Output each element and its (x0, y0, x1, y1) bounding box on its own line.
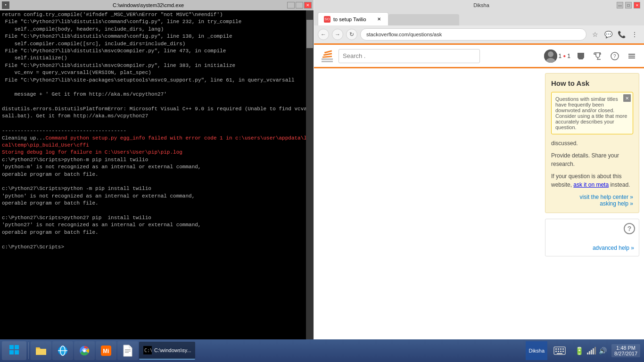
folder-icon (35, 345, 47, 357)
document-icon (123, 345, 133, 357)
browser-win-controls[interactable]: — □ ✕ (617, 2, 640, 8)
share-button[interactable]: 📞 (616, 29, 627, 40)
svg-text:?: ? (613, 54, 616, 59)
cmd-taskbar-icon: C:\ (143, 346, 152, 355)
achievements-button[interactable] (591, 49, 604, 63)
browser-tab-inactive[interactable] (388, 14, 459, 25)
how-to-ask-links: visit the help center » asking help » (551, 194, 633, 207)
taskbar-system-icons: 🔋 🔊 (572, 346, 610, 355)
tab-close-button[interactable]: ✕ (376, 16, 382, 23)
browser-titlebar: Diksha — □ ✕ (314, 0, 644, 10)
taskbar: Mi C:\ C:\windows\sy... Diksha (0, 339, 644, 362)
tab-label: to setup Twilio (333, 16, 366, 22)
taskbar-right: Diksha 🔋 (526, 341, 642, 360)
back-button[interactable]: ← (318, 29, 329, 40)
se-header: 1 ● 1 ? (314, 45, 644, 68)
internet-explorer-icon (57, 345, 69, 357)
svg-text:C:\: C:\ (144, 348, 152, 353)
windows-icon (9, 345, 19, 357)
advanced-help-link[interactable]: advanced help » (593, 245, 634, 251)
browser-addressbar: ← → ↻ ☆ 💬 📞 ⋮ (314, 25, 644, 43)
taskbar-app-xiaomi[interactable]: Mi (96, 341, 116, 360)
cmd-close-button[interactable]: ✕ (304, 2, 312, 8)
svg-rect-13 (9, 345, 14, 349)
svg-rect-4 (324, 50, 332, 53)
taskbar-app-cmd[interactable]: C:\ C:\windows\sy... (139, 342, 195, 360)
svg-point-23 (83, 349, 86, 352)
svg-rect-1 (322, 61, 333, 62)
xiaomi-icon: Mi (99, 344, 113, 357)
svg-rect-33 (558, 348, 559, 350)
battery-icon: 🔋 (575, 346, 584, 355)
user-rep: 1 (559, 53, 562, 59)
tab-favicon: SO (324, 16, 330, 23)
chrome-icon (78, 344, 91, 357)
se-search (339, 49, 480, 63)
help-center-link[interactable]: visit the help center » (580, 194, 633, 200)
signal-icon (587, 347, 596, 354)
svg-rect-10 (628, 54, 635, 55)
browser-window: Diksha — □ ✕ SO to setup Twilio ✕ ← → ↻ (314, 0, 644, 339)
cmd-output-after: c:\Python27\Scripts>python-m pip install… (2, 157, 201, 250)
how-to-ask-title: How to Ask (551, 79, 633, 87)
cmd-controls[interactable]: — □ ✕ (287, 2, 312, 8)
forward-button[interactable]: → (332, 29, 343, 40)
bookmark-button[interactable]: ☆ (589, 29, 601, 40)
svg-rect-38 (560, 351, 561, 352)
cmd-titlebar: ▪ C:\windows\system32\cmd.exe — □ ✕ (0, 0, 314, 10)
taskbar-app-chrome[interactable] (74, 341, 95, 360)
question-icon: ? (624, 223, 635, 234)
browser-action-buttons: ☆ 💬 📞 ⋮ (589, 29, 640, 40)
asking-help-link[interactable]: asking help » (600, 200, 633, 207)
chat-button[interactable]: 💬 (603, 29, 614, 40)
svg-point-6 (548, 51, 553, 57)
help-button[interactable]: ? (608, 49, 621, 63)
question-card: ? advanced help » (545, 219, 639, 256)
trophy-icon (594, 52, 602, 60)
cmd-minimize-button[interactable]: — (287, 2, 295, 8)
taskbar-app-ie[interactable] (52, 341, 73, 360)
google-chrome-icon (78, 345, 91, 357)
inbox-button[interactable] (574, 49, 587, 63)
ask-on-meta-link[interactable]: ask it on meta (573, 181, 609, 188)
cmd-icon-small: C:\ (143, 346, 152, 354)
browser-maximize-button[interactable]: □ (625, 2, 632, 8)
cmd-content: return config.try_compile('#ifndef _MSC_… (0, 10, 314, 339)
se-sidebar: How to Ask Questions with similar titles… (540, 68, 644, 339)
start-button[interactable] (2, 341, 26, 360)
menu-button[interactable]: ⋮ (629, 29, 640, 40)
svg-rect-2 (322, 56, 332, 58)
browser-chrome: Diksha — □ ✕ SO to setup Twilio ✕ ← → ↻ (314, 0, 644, 43)
browser-close-button[interactable]: ✕ (634, 2, 640, 8)
stackoverflow-logo-icon (320, 48, 335, 63)
browser-tab-active[interactable]: SO to setup Twilio ✕ (318, 12, 388, 25)
how-to-ask-step-discussed: discussed. (551, 139, 633, 148)
taskbar-app-documents[interactable] (117, 341, 138, 360)
cmd-scrollbar[interactable] (306, 10, 314, 339)
user-badge-dot: ● (563, 53, 566, 58)
hamburger-menu-button[interactable] (625, 49, 638, 63)
user-avatar[interactable] (544, 49, 557, 63)
svg-rect-40 (557, 353, 562, 354)
svg-rect-26 (125, 349, 131, 350)
volume-icon: 🔊 (599, 347, 607, 354)
svg-rect-28 (125, 352, 129, 353)
refresh-button[interactable]: ↻ (346, 29, 357, 40)
file-explorer-icon (34, 344, 48, 357)
cmd-maximize-button[interactable]: □ (296, 2, 303, 8)
address-input[interactable] (360, 28, 586, 41)
cmd-title-text: C:\windows\system32\cmd.exe (9, 2, 287, 8)
svg-rect-0 (322, 58, 333, 60)
search-input[interactable] (339, 49, 480, 63)
svg-rect-37 (558, 351, 559, 352)
taskbar-sep-1 (28, 342, 29, 359)
taskbar-app-file-explorer[interactable] (31, 341, 51, 360)
warning-close-button[interactable]: ✕ (623, 94, 631, 102)
cmd-scroll-thumb[interactable] (306, 20, 313, 48)
cmd-icon: ▪ (2, 1, 9, 9)
browser-title: Diksha (346, 2, 617, 8)
browser-minimize-button[interactable]: — (617, 2, 623, 8)
taskbar-language[interactable] (549, 341, 570, 360)
how-to-ask-step-details: Provide details. Share your research. (551, 151, 633, 168)
cmd-output: return config.try_compile('#ifndef _MSC_… (2, 11, 312, 251)
